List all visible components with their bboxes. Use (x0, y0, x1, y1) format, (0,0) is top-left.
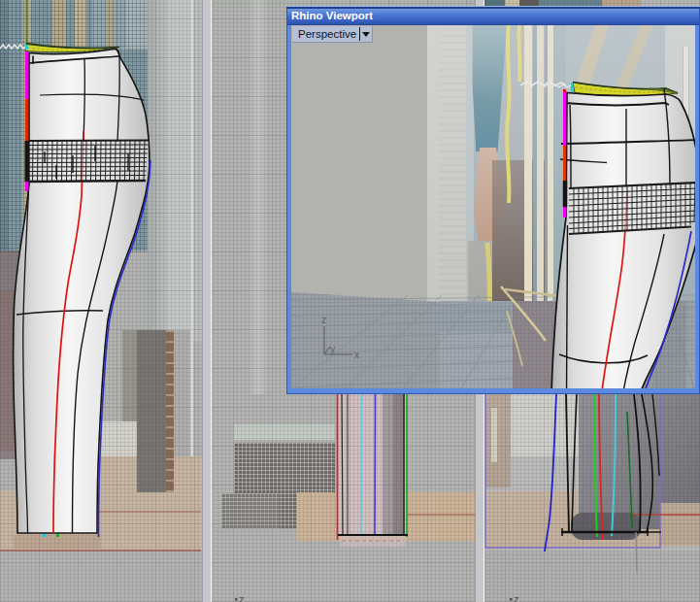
svg-text:z: z (321, 314, 326, 325)
svg-text:z: z (239, 593, 245, 602)
svg-text:y: y (330, 343, 336, 354)
svg-text:z: z (514, 593, 519, 602)
svg-text:x: x (354, 349, 360, 360)
